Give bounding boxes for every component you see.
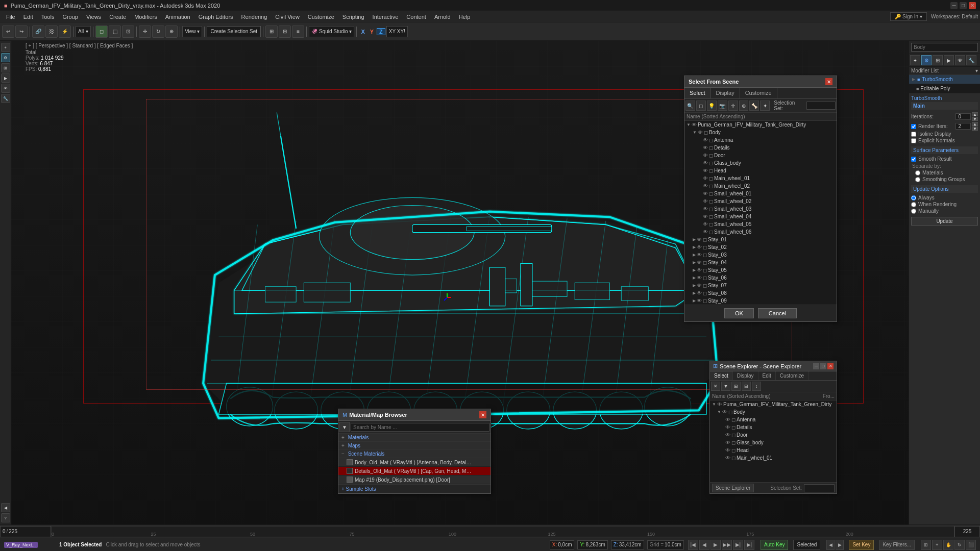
- dialog-ok-button[interactable]: OK: [724, 308, 754, 318]
- dialog-cancel-button[interactable]: Cancel: [758, 308, 797, 318]
- scene-tree[interactable]: ▼ 👁 Puma_German_IFV_Military_Tank_Green_…: [684, 121, 837, 305]
- menu-group[interactable]: Group: [58, 13, 82, 21]
- mb-materials-expand[interactable]: +: [341, 435, 345, 440]
- tree-body-arrow[interactable]: ▼: [693, 130, 697, 135]
- mb-item-body-old-mat[interactable]: Body_Old_Mat ( VRayMtl ) [Antenna, Body,…: [338, 458, 491, 467]
- tree-item-small-wheel-04[interactable]: 👁 ◻ Small_wheel_04: [684, 213, 837, 220]
- tree-item-stay-02[interactable]: ▶ 👁 ◻ Stay_02: [684, 243, 837, 251]
- manually-radio-row[interactable]: Manually: [911, 208, 978, 214]
- dialog-tab-display[interactable]: Display: [711, 88, 740, 98]
- always-radio[interactable]: [911, 195, 916, 201]
- maximize-button[interactable]: □: [960, 2, 967, 9]
- se-tree[interactable]: ▼ 👁 Puma_German_IFV_Military_Tank_Green_…: [710, 400, 837, 482]
- se-tab-edit[interactable]: Edit: [758, 371, 776, 380]
- scene-helper-btn[interactable]: ✛: [728, 101, 738, 111]
- utilities-panel-btn[interactable]: 🔧: [1, 94, 10, 103]
- menu-edit[interactable]: Edit: [19, 13, 37, 21]
- layer-manager-btn[interactable]: ≡: [292, 26, 304, 38]
- play-btn[interactable]: ▶: [710, 540, 721, 550]
- se-footer-left[interactable]: Scene Explorer: [712, 484, 754, 492]
- tree-item-stay-01[interactable]: ▶ 👁 ◻ Stay_01: [684, 236, 837, 243]
- se-sort-btn[interactable]: ↕: [752, 382, 761, 391]
- update-button[interactable]: Update: [911, 217, 978, 226]
- dialog-close-button[interactable]: ✕: [825, 78, 832, 85]
- mb-maps-expand[interactable]: +: [341, 443, 345, 448]
- motion-icon[interactable]: ▶: [944, 55, 954, 65]
- tree-item-body[interactable]: ▼ 👁 ◻ Body: [684, 129, 837, 136]
- dialog-tab-customize[interactable]: Customize: [740, 88, 777, 98]
- orbit-btn[interactable]: ↻: [954, 540, 965, 550]
- render-iters-checkbox[interactable]: [911, 124, 916, 129]
- se-tree-antenna[interactable]: 👁 ◻ Antenna: [710, 416, 837, 423]
- tree-item-stay-09[interactable]: ▶ 👁 ◻ Stay_09: [684, 297, 837, 305]
- select-region-btn[interactable]: ⬚: [109, 26, 121, 38]
- se-close-btn[interactable]: ✕: [827, 363, 834, 369]
- transform-gizmo[interactable]: [442, 292, 452, 303]
- explicit-normals-checkbox[interactable]: [911, 138, 916, 143]
- coord-system[interactable]: XY XY!: [386, 26, 408, 37]
- create-selection-set-input[interactable]: Create Selection Set: [207, 26, 261, 37]
- scene-bone-btn[interactable]: 🦴: [749, 101, 759, 111]
- tree-item-door[interactable]: 👁 ◻ Door: [684, 152, 837, 159]
- hierarchy-icon[interactable]: ⊞: [933, 55, 943, 65]
- when-rendering-radio[interactable]: [911, 202, 916, 207]
- align-btn[interactable]: ⊟: [279, 26, 291, 38]
- prev-key-btn[interactable]: ◀: [826, 540, 835, 550]
- se-tree-main-wheel[interactable]: 👁 ◻ Main_wheel_01: [710, 454, 837, 462]
- scene-space-btn[interactable]: ⊕: [739, 101, 749, 111]
- select-tool[interactable]: ◻: [95, 26, 108, 38]
- materials-radio[interactable]: [915, 170, 920, 176]
- se-search-btn[interactable]: ✕: [711, 382, 720, 391]
- tree-root-eye[interactable]: 👁: [692, 122, 697, 128]
- tree-item-main-wheel-02[interactable]: 👁 ◻ Main_wheel_02: [684, 182, 837, 190]
- modify-panel-btn[interactable]: ⚙: [1, 53, 10, 62]
- se-tab-display[interactable]: Display: [733, 371, 758, 380]
- isoline-checkbox[interactable]: [911, 132, 916, 137]
- tree-item-small-wheel-06[interactable]: 👁 ◻ Small_wheel_06: [684, 228, 837, 236]
- viewport[interactable]: [ + ] [ Perspective ] [ Standard ] [ Edg…: [11, 41, 909, 524]
- modifier-turbosmooth[interactable]: ■ TurboSmooth: [909, 75, 980, 84]
- render-iters-down[interactable]: ▼: [972, 127, 978, 131]
- mb-titlebar[interactable]: M Material/Map Browser ✕: [338, 409, 491, 421]
- smoothing-groups-radio[interactable]: [915, 177, 920, 182]
- se-titlebar[interactable]: ⊞ Scene Explorer - Scene Explorer ─ □ ✕: [710, 361, 837, 371]
- zoom-extent-btn[interactable]: ⊞: [921, 540, 931, 550]
- tree-item-small-wheel-03[interactable]: 👁 ◻ Small_wheel_03: [684, 205, 837, 213]
- scene-cam-btn[interactable]: 📷: [718, 101, 727, 111]
- mb-search-input[interactable]: [351, 423, 489, 432]
- render-iters-up[interactable]: ▲: [972, 122, 978, 126]
- mb-filter-btn[interactable]: ▼: [339, 422, 350, 432]
- menu-file[interactable]: File: [2, 13, 19, 21]
- se-maximize-btn[interactable]: □: [820, 363, 826, 369]
- help-btn[interactable]: ?: [1, 513, 10, 522]
- tree-item-stay-06[interactable]: ▶ 👁 ◻ Stay_06: [684, 274, 837, 282]
- mb-item-details-old-mat[interactable]: Details_Old_Mat ( VRayMtl ) [Cap, Gun, H…: [338, 467, 491, 475]
- scene-light-btn[interactable]: 💡: [707, 101, 717, 111]
- scene-filter-btn[interactable]: 🔍: [685, 101, 695, 111]
- menu-rendering[interactable]: Rendering: [237, 13, 272, 21]
- se-expand-btn[interactable]: ⊞: [731, 382, 741, 391]
- iterations-up[interactable]: ▲: [972, 112, 978, 116]
- tree-item-stay-07[interactable]: ▶ 👁 ◻ Stay_07: [684, 282, 837, 289]
- menu-arnold[interactable]: Arnold: [430, 13, 455, 21]
- modify-panel-icon[interactable]: ⚙: [921, 55, 932, 65]
- se-tab-select[interactable]: Select: [710, 371, 733, 380]
- scene-particle-btn[interactable]: ✦: [760, 101, 770, 111]
- tree-item-main-wheel-01[interactable]: 👁 ◻ Main_wheel_01: [684, 174, 837, 182]
- menu-interactive[interactable]: Interactive: [369, 13, 403, 21]
- iterations-down[interactable]: ▼: [972, 117, 978, 121]
- bind-button[interactable]: ⚡: [59, 26, 71, 38]
- tree-item-glass-body[interactable]: 👁 ◻ Glass_body: [684, 159, 837, 167]
- tree-item-stay-04[interactable]: ▶ 👁 ◻ Stay_04: [684, 259, 837, 266]
- mb-item-map19[interactable]: Map #19 (Body_Displacement.png) [Door]: [338, 475, 491, 484]
- smoothing-groups-radio-row[interactable]: Smoothing Groups: [911, 177, 978, 182]
- render-iters-input[interactable]: [955, 123, 971, 130]
- mb-sample-slots[interactable]: + Sample Slots: [338, 484, 491, 493]
- pan-btn[interactable]: ✋: [943, 540, 953, 550]
- menu-scripting[interactable]: Scripting: [338, 13, 369, 21]
- explicit-normals-row[interactable]: Explicit Normals: [911, 138, 978, 143]
- redo-button[interactable]: ↪: [15, 26, 28, 38]
- mb-scene-materials-section[interactable]: − Scene Materials: [338, 450, 491, 458]
- undo-button[interactable]: ↩: [2, 26, 14, 38]
- se-tree-door[interactable]: 👁 ◻ Door: [710, 431, 837, 439]
